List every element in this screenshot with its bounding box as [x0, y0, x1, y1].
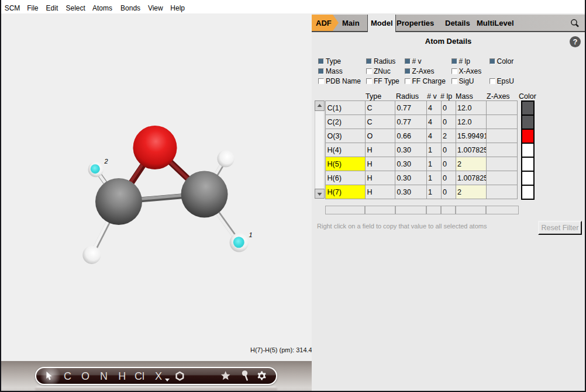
- svg-text:2: 2: [104, 158, 108, 165]
- svg-text:1: 1: [249, 231, 253, 238]
